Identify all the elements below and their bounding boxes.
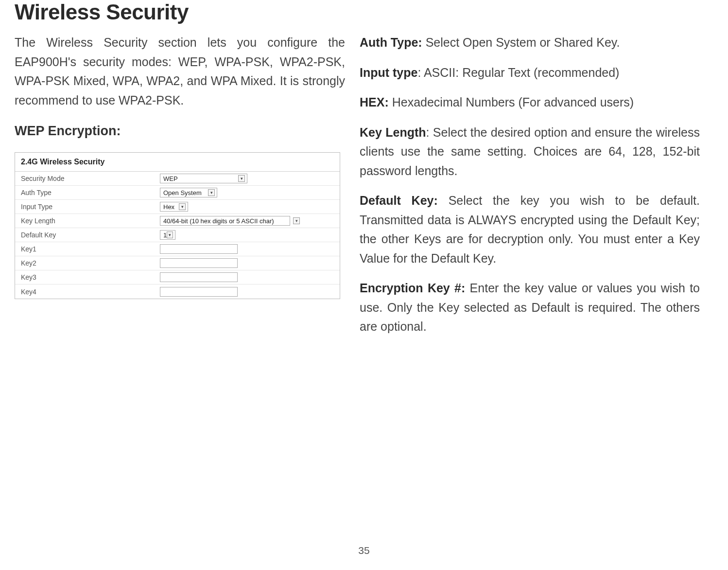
- left-column: The Wireless Security section lets you c…: [15, 33, 345, 347]
- key3-input[interactable]: [160, 272, 238, 282]
- default-key-value: 1: [163, 232, 167, 239]
- wep-settings-panel: 2.4G Wireless Security Security Mode WEP…: [15, 152, 340, 299]
- bold-hex: HEX:: [360, 95, 392, 109]
- label-key4: Key4: [15, 288, 160, 296]
- row-key1: Key1: [15, 242, 340, 256]
- row-security-mode: Security Mode WEP ▾: [15, 172, 340, 186]
- label-key2: Key2: [15, 259, 160, 267]
- input-type-value: Hex: [163, 203, 174, 211]
- label-default-key: Default Key: [15, 231, 160, 239]
- auth-type-select[interactable]: Open System ▾: [160, 188, 217, 197]
- row-default-key: Default Key 1 ▾: [15, 228, 340, 242]
- bold-default-key: Default Key:: [360, 194, 449, 207]
- security-mode-select[interactable]: WEP ▾: [160, 174, 247, 183]
- key-length-select[interactable]: 40/64-bit (10 hex digits or 5 ASCII char…: [160, 216, 290, 226]
- text-auth-type: Select Open System or Shared Key.: [426, 36, 620, 49]
- label-key3: Key3: [15, 273, 160, 281]
- security-mode-value: WEP: [163, 175, 178, 182]
- default-key-select[interactable]: 1 ▾: [160, 230, 175, 240]
- key1-input[interactable]: [160, 244, 238, 254]
- content-columns: The Wireless Security section lets you c…: [15, 33, 713, 347]
- chevron-down-icon: ▾: [179, 203, 186, 210]
- text-input-type: : ASCII: Regular Text (recommended): [417, 66, 619, 79]
- chevron-down-icon: ▾: [208, 189, 215, 196]
- input-type-select[interactable]: Hex ▾: [160, 202, 188, 212]
- chevron-down-icon: ▾: [238, 175, 245, 182]
- chevron-down-icon: ▾: [167, 232, 173, 238]
- row-input-type: Input Type Hex ▾: [15, 200, 340, 214]
- chevron-down-icon: ▾: [293, 217, 300, 224]
- row-auth-type: Auth Type Open System ▾: [15, 186, 340, 200]
- para-auth-type: Auth Type: Select Open System or Shared …: [360, 33, 700, 53]
- para-hex: HEX: Hexadecimal Numbers (For advanced u…: [360, 93, 700, 112]
- row-key-length: Key Length 40/64-bit (10 hex digits or 5…: [15, 214, 340, 228]
- intro-paragraph: The Wireless Security section lets you c…: [15, 33, 345, 110]
- bold-input-type: Input type: [360, 66, 417, 79]
- row-key3: Key3: [15, 270, 340, 285]
- key-length-value: 40/64-bit (10 hex digits or 5 ASCII char…: [163, 217, 274, 225]
- bold-key-length: Key Length: [360, 125, 426, 139]
- bold-auth-type: Auth Type:: [360, 36, 426, 49]
- para-encryption-key: Encryption Key #: Enter the key value or…: [360, 279, 700, 337]
- para-key-length: Key Length: Select the desired option an…: [360, 123, 700, 181]
- bold-encryption-key: Encryption Key #:: [360, 281, 470, 295]
- right-column: Auth Type: Select Open System or Shared …: [360, 33, 700, 347]
- para-input-type: Input type: ASCII: Regular Text (recomme…: [360, 63, 700, 83]
- key2-input[interactable]: [160, 258, 238, 268]
- label-auth-type: Auth Type: [15, 189, 160, 196]
- page-title: Wireless Security: [15, 0, 713, 24]
- label-input-type: Input Type: [15, 203, 160, 211]
- label-key1: Key1: [15, 245, 160, 253]
- label-security-mode: Security Mode: [15, 175, 160, 182]
- row-key4: Key4: [15, 285, 340, 299]
- page-number: 35: [358, 545, 369, 556]
- row-key2: Key2: [15, 256, 340, 270]
- wep-subheading: WEP Encryption:: [15, 124, 345, 139]
- label-key-length: Key Length: [15, 217, 160, 225]
- text-hex: Hexadecimal Numbers (For advanced users): [392, 95, 634, 109]
- key4-input[interactable]: [160, 287, 238, 297]
- panel-title: 2.4G Wireless Security: [15, 153, 340, 172]
- para-default-key: Default Key: Select the key you wish to …: [360, 191, 700, 268]
- auth-type-value: Open System: [163, 189, 202, 196]
